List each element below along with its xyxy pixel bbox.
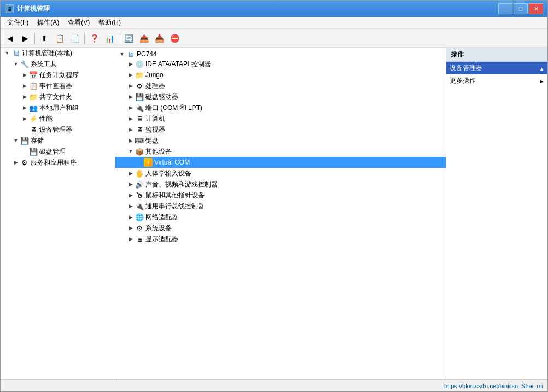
- toolbar-separator-2: [84, 33, 85, 44]
- services-header[interactable]: ▶ ⚙ 服务和应用程序: [1, 157, 115, 168]
- jungo-icon: 📁: [135, 71, 144, 79]
- computer-expander: ▶: [126, 114, 135, 123]
- usb-label: 通用串行总线控制器: [145, 202, 205, 211]
- processor-header[interactable]: ▶ ⚙ 处理器: [115, 80, 446, 91]
- center-panel: ▼ 🖥 PC744 ▶ 💿 IDE ATA/ATAPI 控制器 ▶ 📁 Jung…: [115, 48, 446, 379]
- close-button[interactable]: ✕: [529, 3, 543, 14]
- ports-header[interactable]: ▶ 🔌 端口 (COM 和 LPT): [115, 102, 446, 113]
- pc744-header[interactable]: ▼ 🖥 PC744: [115, 48, 446, 58]
- title-bar-left: 🖥 计算机管理: [5, 4, 50, 14]
- shared-folders-header[interactable]: ▶ 📁 共享文件夹: [1, 91, 115, 102]
- export-button[interactable]: 📤: [137, 31, 151, 45]
- ide-icon: 💿: [135, 60, 144, 68]
- refresh-button[interactable]: 🔄: [121, 31, 136, 45]
- root-expander: ▼: [3, 49, 11, 57]
- other-devices-icon: 📦: [135, 147, 144, 156]
- right-panel-title: 操作: [446, 48, 547, 62]
- disk-drives-header[interactable]: ▶ 💾 磁盘驱动器: [115, 91, 446, 102]
- services-expander: ▶: [11, 158, 20, 167]
- pc744-label: PC744: [137, 50, 157, 58]
- options-button[interactable]: 📊: [102, 31, 116, 45]
- device-manager-left-header[interactable]: 🖥 设备管理器: [1, 124, 115, 135]
- computer-header[interactable]: ▶ 🖥 计算机: [115, 113, 446, 124]
- virtual-com-badge: !: [144, 158, 153, 167]
- hid-header[interactable]: ▶ 🖐 人体学输入设备: [115, 168, 446, 179]
- other-devices-label: 其他设备: [145, 147, 172, 156]
- title-bar: 🖥 计算机管理 ─ □ ✕: [1, 1, 547, 17]
- ide-label: IDE ATA/ATAPI 控制器: [145, 60, 211, 69]
- event-viewer-header[interactable]: ▶ 📋 事件查看器: [1, 80, 115, 91]
- network-label: 网络适配器: [145, 213, 178, 222]
- system-devices-expander: ▶: [126, 224, 135, 232]
- system-tools-header[interactable]: ▼ 🔧 系统工具: [1, 58, 115, 69]
- storage-node: ▼ 💾 存储 💾 磁盘管理: [1, 135, 115, 157]
- other-devices-header[interactable]: ▼ 📦 其他设备: [115, 146, 446, 157]
- window-controls: ─ □ ✕: [498, 3, 543, 14]
- menu-help[interactable]: 帮助(H): [94, 17, 125, 28]
- ports-expander: ▶: [126, 103, 135, 112]
- jungo-label: Jungo: [145, 71, 164, 79]
- virtual-com-label: Virtual COM: [154, 159, 190, 166]
- performance-label: 性能: [39, 114, 53, 124]
- system-devices-label: 系统设备: [145, 224, 172, 233]
- hid-label: 人体学输入设备: [145, 169, 191, 178]
- right-panel-device-manager[interactable]: 设备管理器: [446, 62, 547, 74]
- right-panel-more-actions[interactable]: 更多操作: [446, 74, 547, 87]
- jungo-header[interactable]: ▶ 📁 Jungo: [115, 69, 446, 80]
- system-tools-label: 系统工具: [31, 60, 57, 69]
- up-button[interactable]: ⬆: [37, 31, 51, 45]
- storage-icon: 💾: [20, 136, 29, 145]
- mouse-label: 鼠标和其他指针设备: [145, 191, 205, 200]
- forward-button[interactable]: ▶: [18, 31, 32, 45]
- storage-header[interactable]: ▼ 💾 存储: [1, 135, 115, 146]
- root-icon: 🖥: [11, 49, 20, 57]
- ports-label: 端口 (COM 和 LPT): [145, 103, 202, 113]
- tree-root-header[interactable]: ▼ 🖥 计算机管理(本地): [1, 48, 115, 58]
- disk-management-icon: 💾: [29, 147, 38, 156]
- stop-button[interactable]: ⛔: [167, 31, 182, 45]
- hid-icon: 🖐: [135, 169, 144, 178]
- display-adapter-header[interactable]: ▶ 🖥 显示适配器: [115, 233, 446, 244]
- ide-header[interactable]: ▶ 💿 IDE ATA/ATAPI 控制器: [115, 58, 446, 69]
- menu-file[interactable]: 文件(F): [3, 17, 33, 28]
- minimize-button[interactable]: ─: [498, 3, 512, 14]
- local-users-label: 本地用户和组: [39, 103, 79, 113]
- storage-children: 💾 磁盘管理: [1, 146, 115, 157]
- services-label: 服务和应用程序: [31, 158, 77, 167]
- system-tools-icon: 🔧: [20, 60, 29, 68]
- task-scheduler-icon: 📅: [29, 71, 38, 79]
- local-users-icon: 👥: [29, 103, 38, 112]
- usb-expander: ▶: [126, 202, 135, 210]
- performance-icon: ⚡: [29, 114, 38, 123]
- sound-header[interactable]: ▶ 🔊 声音、视频和游戏控制器: [115, 179, 446, 190]
- network-header[interactable]: ▶ 🌐 网络适配器: [115, 212, 446, 223]
- virtual-com-icon: !: [144, 158, 153, 167]
- import-button[interactable]: 📥: [152, 31, 166, 45]
- maximize-button[interactable]: □: [514, 3, 528, 14]
- system-devices-header[interactable]: ▶ ⚙ 系统设备: [115, 223, 446, 233]
- other-devices-expander: ▼: [126, 147, 135, 156]
- virtual-com-header[interactable]: ! Virtual COM: [115, 157, 446, 168]
- keyboard-label: 键盘: [145, 136, 159, 145]
- menu-action[interactable]: 操作(A): [33, 17, 63, 28]
- sound-expander: ▶: [126, 180, 135, 189]
- menu-view[interactable]: 查看(V): [63, 17, 94, 28]
- properties-button[interactable]: 📄: [68, 31, 82, 45]
- mouse-header[interactable]: ▶ 🖱 鼠标和其他指针设备: [115, 190, 446, 201]
- disk-management-header[interactable]: 💾 磁盘管理: [1, 146, 115, 157]
- show-hide-button[interactable]: 📋: [53, 31, 67, 45]
- pc744-expander: ▼: [118, 50, 126, 58]
- system-tools-children: ▶ 📅 任务计划程序 ▶ 📋 事件查看器 ▶ 📁: [1, 69, 115, 135]
- display-adapter-label: 显示适配器: [145, 235, 178, 244]
- root-label: 计算机管理(本地): [22, 49, 72, 58]
- status-text: https://blog.csdn.net/biniilsn_Shai_mi: [444, 383, 543, 389]
- performance-header[interactable]: ▶ ⚡ 性能: [1, 113, 115, 124]
- shared-folders-expander: ▶: [20, 92, 29, 101]
- usb-header[interactable]: ▶ 🔌 通用串行总线控制器: [115, 201, 446, 212]
- back-button[interactable]: ◀: [3, 31, 17, 45]
- keyboard-header[interactable]: ▶ ⌨ 键盘: [115, 135, 446, 146]
- task-scheduler-header[interactable]: ▶ 📅 任务计划程序: [1, 69, 115, 80]
- local-users-header[interactable]: ▶ 👥 本地用户和组: [1, 102, 115, 113]
- monitor-header[interactable]: ▶ 🖥 监视器: [115, 124, 446, 135]
- help-button[interactable]: ❓: [87, 31, 101, 45]
